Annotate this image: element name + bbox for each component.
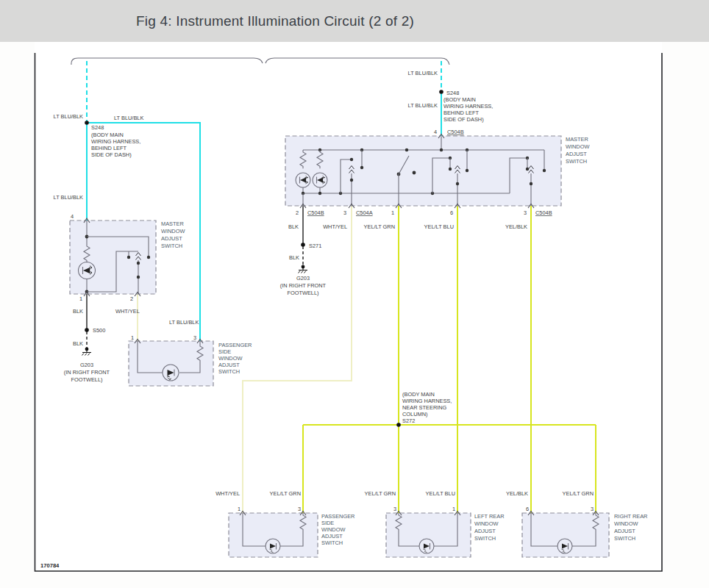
pin-number: 3 <box>343 209 346 216</box>
pin-number: 6 <box>450 209 453 216</box>
component-label: WINDOW <box>218 355 242 362</box>
wire-label: YEL/LT BLU <box>424 223 454 230</box>
component-label: RIGHT REAR <box>614 513 647 520</box>
component-label: ADJUST <box>218 362 240 368</box>
splice-note: SIDE OF DASH) <box>91 151 132 158</box>
wire-label: YEL/LT GRN <box>365 490 396 497</box>
wire-label: BLK <box>73 308 83 315</box>
ground-label: G203 <box>80 362 93 368</box>
wire-label: BLK <box>289 254 299 261</box>
splice-s271 <box>301 243 305 247</box>
component-label: SIDE <box>218 348 231 355</box>
ground-note: (IN RIGHT FRONT <box>64 369 110 376</box>
figure-code: 170784 <box>40 562 60 569</box>
connector-label[interactable]: C504A <box>356 209 373 216</box>
pin-number: 3 <box>393 506 396 512</box>
component-label: SWITCH <box>566 158 587 165</box>
component-label: WINDOW <box>566 143 589 150</box>
wire-label: YEL/BLK <box>506 490 528 497</box>
wire-label: LT BLU/BLK <box>408 70 438 76</box>
wire-label: WHT/YEL <box>215 490 240 497</box>
splice-s248-right <box>439 90 443 94</box>
component-label: ADJUST <box>161 235 182 242</box>
splice-note: WIRING HARNESS, <box>91 138 140 145</box>
component-label: LEFT REAR <box>474 513 505 520</box>
component-label: ADJUST <box>321 533 343 539</box>
splice-label: S248 <box>91 124 104 131</box>
wire-label: YEL/LT BLU <box>426 490 455 497</box>
component-label: SWITCH <box>321 539 343 546</box>
component-label: MASTER <box>566 136 588 143</box>
passenger-window-switch-upper-box <box>129 341 213 386</box>
splice-s248-left <box>85 121 89 125</box>
wire-label: YEL/LT GRN <box>270 490 301 497</box>
splice-note: BEHIND LEFT <box>91 145 127 151</box>
component-label: WINDOW <box>161 228 185 234</box>
splice-note: SIDE OF DASH) <box>443 116 484 123</box>
splice-note: COLUMN) <box>402 411 428 417</box>
wire-label: WHT/YEL <box>115 308 140 315</box>
wiring-diagram: LT BLU/BLK LT BLU/BLK S248 (BODY MAIN WI… <box>0 0 709 588</box>
component-label: PASSENGER <box>321 513 354 520</box>
master-window-switch-left-box <box>70 220 156 294</box>
component-label: ADJUST <box>474 528 496 534</box>
connector-label[interactable]: C504B <box>307 209 324 216</box>
wire-label: LT BLU/BLK <box>54 194 83 201</box>
splice-s500 <box>85 328 89 332</box>
splice-s272 <box>396 423 401 427</box>
component-label: MASTER <box>161 220 184 227</box>
wire-label: LT BLU/BLK <box>408 102 438 109</box>
pin-number: 2 <box>296 209 299 216</box>
component-label: WINDOW <box>474 520 498 527</box>
pin-number: 4 <box>434 129 437 135</box>
wire-label: LT BLU/BLK <box>54 113 83 120</box>
wire-label: YEL/BLK <box>505 223 527 230</box>
ground-note: FOOTWELL) <box>287 290 318 296</box>
component-label: SWITCH <box>161 243 182 249</box>
wire-label: LT BLU/BLK <box>114 115 143 121</box>
splice-label: S271 <box>309 243 321 249</box>
pin-number: 3 <box>591 506 594 512</box>
component-label: PASSENGER <box>218 342 252 348</box>
pin-number: 3 <box>298 506 301 512</box>
component-label: ADJUST <box>614 528 635 534</box>
ground-note: (IN RIGHT FRONT <box>280 282 327 289</box>
component-label: SIDE <box>321 520 334 526</box>
ground-note: FOOTWELL) <box>71 376 102 383</box>
pin-number: 1 <box>452 506 455 512</box>
diagram-page: Fig 4: Instrument Illumination Circuit (… <box>0 0 709 588</box>
pin-number: 1 <box>79 295 82 302</box>
pin-number: 3 <box>193 334 196 341</box>
wire-label: YEL/LT GRN <box>364 223 395 230</box>
splice-note: WIRING HARNESS, <box>443 103 493 110</box>
splice-note: (BODY MAIN <box>443 96 476 103</box>
pin-number: 6 <box>526 506 529 512</box>
splice-note: WIRING HARNESS, <box>402 398 452 404</box>
component-label: SWITCH <box>218 368 240 375</box>
component-label: WINDOW <box>614 520 638 527</box>
master-window-switch-right-box <box>285 136 561 206</box>
pin-number: 1 <box>238 506 241 512</box>
splice-note: (BODY MAIN <box>91 132 124 138</box>
pin-number: 1 <box>391 209 394 216</box>
wire-label: BLK <box>288 223 299 230</box>
wire-label: YEL/LT GRN <box>563 490 594 497</box>
splice-note: NEAR STEERING <box>402 404 447 411</box>
figure-title: Fig 4: Instrument Illumination Circuit (… <box>136 13 414 29</box>
splice-note: BEHIND LEFT <box>443 110 480 116</box>
pin-number: 1 <box>131 334 134 341</box>
connector-label[interactable]: C504B <box>535 209 552 216</box>
connector-label[interactable]: C504B <box>447 129 464 135</box>
component-label: SWITCH <box>474 535 496 542</box>
pin-number: 2 <box>130 295 133 302</box>
splice-note: (BODY MAIN <box>402 391 435 398</box>
component-label: ADJUST <box>566 151 587 157</box>
splice-label: S248 <box>446 90 459 96</box>
splice-label: S272 <box>402 417 415 424</box>
wire-label: BLK <box>73 340 83 347</box>
ground-label: G203 <box>296 275 310 282</box>
component-label: SWITCH <box>614 535 635 542</box>
pin-number: 4 <box>71 213 74 220</box>
passenger-window-switch-lower-box <box>229 513 318 557</box>
wire-label: WHT/YEL <box>323 223 347 230</box>
